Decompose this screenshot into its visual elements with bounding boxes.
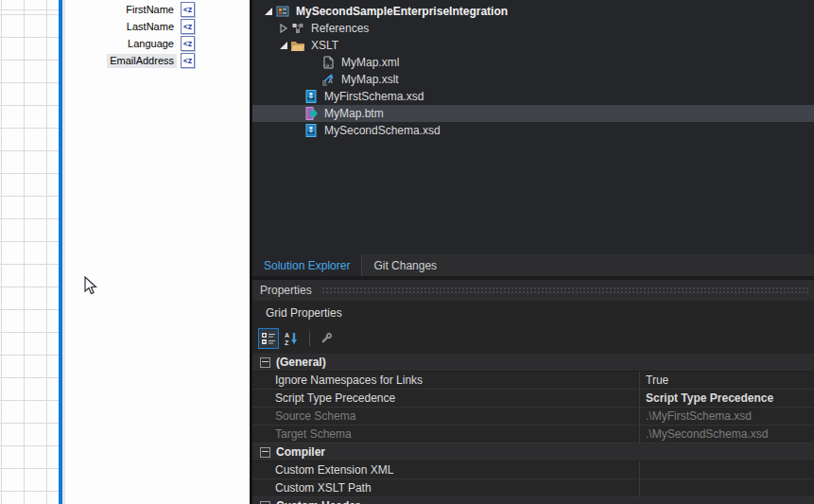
category-label: (General)	[276, 356, 326, 369]
properties-panel: Properties Grid Properties AZ	[252, 280, 814, 504]
xml-element-icon[interactable]: <z	[181, 53, 195, 68]
tree-item-label: XSLT	[311, 39, 338, 52]
expanded-arrow-icon[interactable]	[262, 7, 275, 16]
field-label: EmailAddress	[107, 54, 177, 68]
xml-element-icon[interactable]: <z	[181, 2, 195, 17]
tab-git-changes[interactable]: Git Changes	[362, 254, 448, 276]
property-row-script-type-precedence[interactable]: Script Type Precedence Script Type Prece…	[252, 390, 814, 408]
tree-item-label: MySecondSampleEnterpriseIntegration	[296, 5, 508, 18]
mapper-grid[interactable]	[0, 0, 59, 504]
properties-object-selector[interactable]: Grid Properties	[252, 301, 814, 325]
tool-window-tab-strip: Solution Explorer Git Changes	[252, 254, 814, 276]
title-grip-texture	[321, 287, 808, 295]
tab-label: Git Changes	[373, 259, 437, 272]
svg-text:A: A	[328, 78, 333, 84]
alphabetical-sort-button[interactable]: AZ	[281, 328, 302, 349]
tab-solution-explorer[interactable]: Solution Explorer	[252, 254, 362, 276]
property-name[interactable]: Script Type Precedence	[252, 390, 640, 407]
property-row-target-schema[interactable]: Target Schema .\MySecondSchema.xsd	[252, 426, 814, 443]
tree-item-label: MyMap.xml	[341, 56, 399, 69]
tree-item-label: MySecondSchema.xsd	[324, 124, 441, 137]
property-row-ignore-namespaces[interactable]: Ignore Namespaces for Links True	[252, 372, 814, 390]
folder-open-icon	[290, 38, 305, 53]
wrench-icon	[319, 331, 334, 346]
property-pages-button[interactable]	[316, 328, 337, 349]
xml-element-icon[interactable]: <z	[181, 36, 195, 51]
collapse-minus-icon[interactable]	[260, 447, 270, 458]
property-value: .\MySecondSchema.xsd	[640, 426, 814, 443]
expanded-arrow-icon[interactable]	[277, 41, 290, 50]
category-label: Custom Header	[276, 499, 360, 504]
property-name[interactable]: Ignore Namespaces for Links	[252, 372, 640, 389]
properties-toolbar: AZ	[252, 325, 814, 352]
property-value[interactable]: True	[640, 372, 814, 389]
property-name: Source Schema	[252, 408, 640, 425]
svg-text:A: A	[285, 332, 289, 339]
schema-field-firstname[interactable]: FirstName <z	[65, 1, 195, 18]
property-value[interactable]	[640, 479, 814, 496]
category-general[interactable]: (General)	[252, 354, 814, 372]
tree-item-label: MyMap.btm	[324, 107, 384, 120]
property-name[interactable]: Custom XSLT Path	[252, 479, 640, 496]
tree-item-label: References	[311, 22, 369, 35]
property-name: Target Schema	[252, 426, 640, 443]
tool-window-panel: MySecondSampleEnterpriseIntegration Refe…	[250, 0, 814, 504]
tab-label: Solution Explorer	[264, 259, 350, 272]
mapper-grid-edge-shadow	[62, 0, 65, 504]
tree-item-myfirstschema[interactable]: MyFirstSchema.xsd	[252, 88, 814, 105]
property-row-custom-xslt-path[interactable]: Custom XSLT Path	[252, 479, 814, 497]
xml-file-icon: ‹a›	[320, 55, 336, 70]
category-compiler[interactable]: Compiler	[252, 443, 814, 461]
field-label: LastName	[124, 20, 177, 34]
schema-field-lastname[interactable]: LastName <z	[65, 18, 195, 35]
selected-object-label: Grid Properties	[266, 306, 342, 320]
mapper-canvas[interactable]: FirstName <z LastName <z Language <z Ema…	[0, 0, 250, 504]
property-value: .\MyFirstSchema.xsd	[640, 408, 814, 425]
property-value[interactable]: Script Type Precedence	[640, 390, 814, 407]
alphabetical-sort-icon: AZ	[284, 331, 299, 346]
properties-grid: (General) Ignore Namespaces for Links Tr…	[252, 354, 814, 504]
category-label: Compiler	[276, 445, 325, 459]
tree-item-mymap-btm[interactable]: MyMap.btm	[252, 105, 814, 122]
tree-item-mysecondschema[interactable]: MySecondSchema.xsd	[252, 122, 814, 139]
vs-window: FirstName <z LastName <z Language <z Ema…	[0, 0, 814, 504]
collapse-minus-icon[interactable]	[260, 501, 270, 504]
target-schema-fields: FirstName <z LastName <z Language <z Ema…	[65, 1, 195, 69]
tree-item-label: MyFirstSchema.xsd	[324, 90, 424, 103]
category-custom-header[interactable]: Custom Header	[252, 497, 814, 504]
tree-item-mymap-xml[interactable]: ‹a› MyMap.xml	[252, 54, 814, 71]
schema-field-language[interactable]: Language <z	[65, 35, 195, 52]
collapsed-arrow-icon[interactable]	[277, 24, 290, 33]
solution-explorer-tree: MySecondSampleEnterpriseIntegration Refe…	[252, 0, 814, 257]
properties-title-bar[interactable]: Properties	[252, 280, 814, 301]
properties-title: Properties	[260, 284, 312, 297]
tree-item-mymap-xslt[interactable]: A MyMap.xslt	[252, 71, 814, 88]
tree-item-project[interactable]: MySecondSampleEnterpriseIntegration	[252, 3, 814, 20]
project-icon	[275, 4, 290, 19]
map-file-icon	[303, 106, 319, 121]
schema-file-icon	[303, 123, 319, 138]
field-label: FirstName	[123, 3, 177, 17]
tree-item-label: MyMap.xslt	[341, 73, 399, 86]
categorized-button[interactable]	[258, 328, 279, 349]
property-value[interactable]	[640, 461, 814, 478]
svg-text:Z: Z	[285, 339, 289, 346]
field-label: Language	[125, 37, 177, 51]
toolbar-separator	[309, 331, 310, 346]
xml-element-icon[interactable]: <z	[181, 19, 195, 34]
categorized-icon	[261, 331, 276, 346]
property-row-custom-extension-xml[interactable]: Custom Extension XML	[252, 461, 814, 479]
tree-item-references[interactable]: References	[252, 20, 814, 37]
property-name[interactable]: Custom Extension XML	[252, 461, 640, 478]
xslt-file-icon: A	[320, 72, 336, 87]
property-row-source-schema[interactable]: Source Schema .\MyFirstSchema.xsd	[252, 408, 814, 426]
schema-file-icon	[303, 89, 319, 104]
svg-text:‹a›: ‹a›	[322, 61, 333, 68]
tree-item-xslt-folder[interactable]: XSLT	[252, 37, 814, 54]
mouse-cursor-icon	[83, 276, 102, 297]
collapse-minus-icon[interactable]	[260, 357, 270, 368]
references-icon	[290, 21, 305, 36]
schema-field-emailaddress[interactable]: EmailAddress <z	[65, 52, 195, 69]
